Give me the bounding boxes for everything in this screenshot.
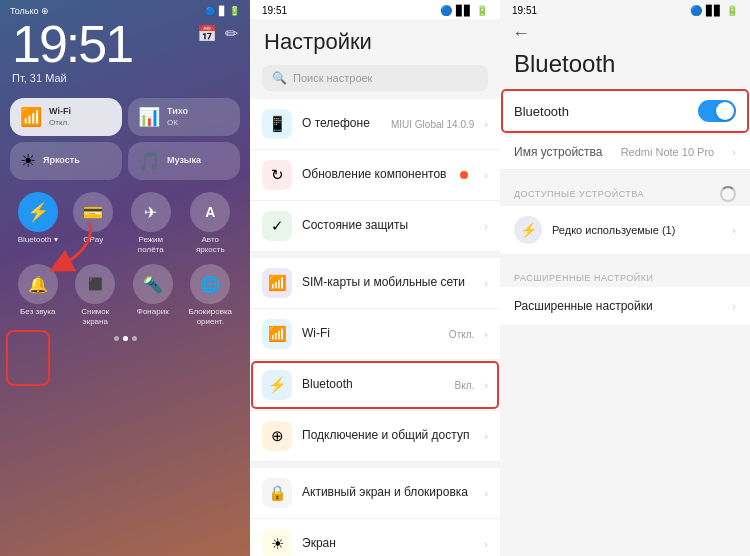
bt-advanced-section: РАСШИРЕННЫЕ НАСТРОЙКИ Расширенные настро… <box>500 265 750 325</box>
updates-icon: ↻ <box>262 160 292 190</box>
bt-section-divider-1 <box>500 170 750 178</box>
quick-toggles-grid: 📶 Wi-Fi Откл. 📊 Тихо ОК ☀ Яркость 🎵 Музы… <box>0 92 250 186</box>
display-settings-icon: ☀ <box>262 529 292 556</box>
settings-panel: 19:51 🔵 ▊▊ 🔋 Настройки 🔍 Поиск настроек … <box>250 0 500 556</box>
bluetooth-settings-value: Вкл. <box>455 380 475 391</box>
ls-status-icons: 🔵 ▊ 🔋 <box>205 6 240 16</box>
lockscreen-date: Пт, 31 Май <box>12 72 132 84</box>
display-settings-chevron: › <box>484 538 488 550</box>
settings-signal-icon: ▊▊ <box>456 5 472 16</box>
bt-available-section: ДОСТУПНЫЕ УСТРОЙСТВА ⚡ Редко используемы… <box>500 178 750 255</box>
settings-time: 19:51 <box>262 5 287 16</box>
about-icon: 📱 <box>262 109 292 139</box>
updates-badge <box>460 171 468 179</box>
settings-item-lockscreen[interactable]: 🔒 Активный экран и блокировка › <box>250 468 500 519</box>
bt-detail-bt-icon: 🔵 <box>690 5 702 16</box>
autorotate-label: Авто яркость <box>188 235 232 254</box>
wifi-toggle[interactable]: 📶 Wi-Fi Откл. <box>10 98 122 136</box>
bt-toggle-switch[interactable] <box>698 100 736 122</box>
lockscreen-time: 19:51 <box>12 18 132 70</box>
settings-item-updates[interactable]: ↻ Обновление компонентов › <box>250 150 500 201</box>
bt-device-name-value: Redmi Note 10 Pro <box>621 146 715 158</box>
sim-label: SIM-карты и мобильные сети <box>302 275 474 291</box>
settings-item-wifi[interactable]: 📶 Wi-Fi Откл. › <box>250 309 500 360</box>
airplane-btn[interactable]: ✈ Режим полёта <box>129 192 173 254</box>
autorotate-icon: A <box>190 192 230 232</box>
settings-item-about[interactable]: 📱 О телефоне MIUI Global 14.0.9 › <box>250 99 500 150</box>
flashlight-btn[interactable]: 🔦 Фонарик <box>133 264 173 326</box>
updates-chevron: › <box>484 169 488 181</box>
bt-device-name-row[interactable]: Имя устройства Redmi Note 10 Pro › <box>500 135 750 170</box>
sharing-label: Подключение и общий доступ <box>302 428 474 444</box>
sound-label: Тихо <box>167 106 188 118</box>
settings-items-list: 📱 О телефоне MIUI Global 14.0.9 › ↻ Обно… <box>250 99 500 556</box>
edit-icon[interactable]: ✏ <box>225 24 238 43</box>
wifi-label: Wi-Fi <box>49 106 71 118</box>
bluetooth-detail-panel: 19:51 🔵 ▊▊ 🔋 ← Bluetooth Bluetooth Имя у… <box>500 0 750 556</box>
music-label: Музыка <box>167 155 201 167</box>
bt-back-button[interactable]: ← <box>500 19 750 48</box>
flashlight-icon: 🔦 <box>133 264 173 304</box>
wifi-settings-label: Wi-Fi <box>302 326 439 342</box>
calendar-icon[interactable]: 📅 <box>197 24 217 43</box>
bt-detail-battery-icon: 🔋 <box>726 5 738 16</box>
orientation-btn[interactable]: 🌐 Блокировка ориент. <box>188 264 232 326</box>
settings-item-protection[interactable]: ✓ Состояние защиты › <box>250 201 500 252</box>
brightness-icon: ☀ <box>20 150 36 172</box>
brightness-toggle[interactable]: ☀ Яркость <box>10 142 122 180</box>
protection-icon: ✓ <box>262 211 292 241</box>
bt-device-name-chevron: › <box>732 146 736 158</box>
settings-search-bar[interactable]: 🔍 Поиск настроек <box>262 65 488 91</box>
orientation-icon: 🌐 <box>190 264 230 304</box>
bt-time: 19:51 <box>512 5 537 16</box>
protection-label: Состояние защиты <box>302 218 474 234</box>
bluetooth-status-icon: 🔵 <box>205 6 216 16</box>
wifi-icon: 📶 <box>20 106 42 128</box>
bt-available-header: ДОСТУПНЫЕ УСТРОЙСТВА <box>514 189 644 199</box>
mute-label: Без звука <box>20 307 55 317</box>
bt-available-icon: ⚡ <box>514 216 542 244</box>
sound-icon: 📊 <box>138 106 160 128</box>
bt-advanced-row[interactable]: Расширенные настройки › <box>500 287 750 325</box>
search-placeholder: Поиск настроек <box>293 72 372 84</box>
settings-status-bar: 19:51 🔵 ▊▊ 🔋 <box>250 0 500 19</box>
bt-toggle-label: Bluetooth <box>514 104 569 119</box>
wifi-settings-value: Откл. <box>449 329 474 340</box>
sound-toggle[interactable]: 📊 Тихо ОК <box>128 98 240 136</box>
bt-advanced-chevron: › <box>732 300 736 312</box>
bt-status-bar: 19:51 🔵 ▊▊ 🔋 <box>500 0 750 19</box>
bt-available-item[interactable]: ⚡ Редко используемые (1) › <box>500 206 750 255</box>
signal-icon: ▊ <box>219 6 226 16</box>
orientation-label: Блокировка ориент. <box>188 307 232 326</box>
settings-title: Настройки <box>250 19 500 61</box>
music-toggle[interactable]: 🎵 Музыка <box>128 142 240 180</box>
bt-available-chevron: › <box>732 224 736 236</box>
settings-item-sharing[interactable]: ⊕ Подключение и общий доступ › <box>250 411 500 462</box>
bt-detail-signal-icon: ▊▊ <box>706 5 722 16</box>
arrow-indicator <box>40 218 100 277</box>
wifi-settings-chevron: › <box>484 328 488 340</box>
about-label: О телефоне <box>302 116 381 132</box>
autorotate-btn[interactable]: A Авто яркость <box>188 192 232 254</box>
protection-chevron: › <box>484 220 488 232</box>
airplane-label: Режим полёта <box>129 235 173 254</box>
music-icon: 🎵 <box>138 150 160 172</box>
bt-loading-spinner <box>720 186 736 202</box>
lockscreen-settings-label: Активный экран и блокировка <box>302 485 474 501</box>
quick-icons-row1: ⚡ Bluetooth ▾ 💳 GPay ✈ Режим полёта A Ав… <box>0 186 250 260</box>
flashlight-label: Фонарик <box>137 307 169 317</box>
lockscreen-time-section: 19:51 Пт, 31 Май <box>12 18 132 84</box>
settings-item-bluetooth[interactable]: ⚡ Bluetooth Вкл. › <box>250 360 500 411</box>
wifi-status: Откл. <box>49 118 71 128</box>
settings-item-sim[interactable]: 📶 SIM-карты и мобильные сети › <box>250 258 500 309</box>
bt-toggle-row[interactable]: Bluetooth <box>500 88 750 135</box>
airplane-icon: ✈ <box>131 192 171 232</box>
screenshot-label: Снимок экрана <box>73 307 117 326</box>
bt-section-divider-2 <box>500 255 750 263</box>
bt-main-card: Bluetooth Имя устройства Redmi Note 10 P… <box>500 88 750 170</box>
settings-item-display[interactable]: ☀ Экран › <box>250 519 500 556</box>
bt-advanced-label: Расширенные настройки <box>514 299 653 313</box>
bt-advanced-header: РАСШИРЕННЫЕ НАСТРОЙКИ <box>500 265 750 287</box>
bluetooth-settings-icon: ⚡ <box>262 370 292 400</box>
brightness-label: Яркость <box>43 155 80 167</box>
